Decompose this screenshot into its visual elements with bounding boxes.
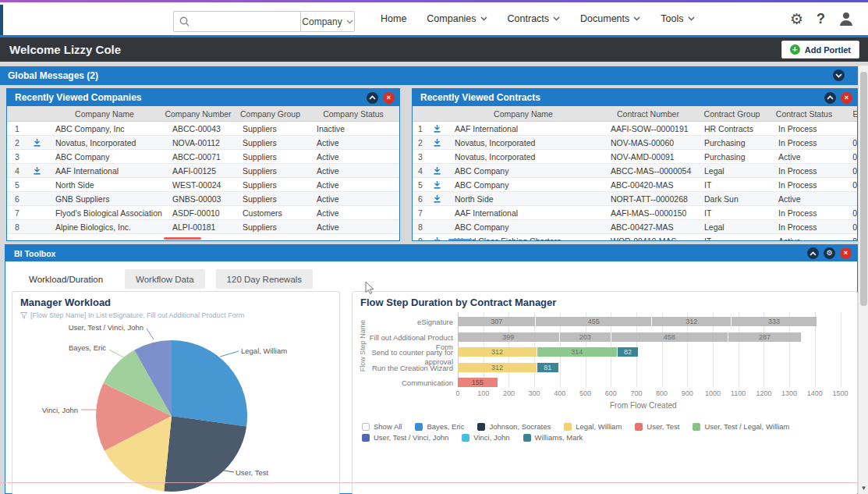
download-icon[interactable] <box>428 122 445 135</box>
bar-segment[interactable]: 312 <box>652 317 732 326</box>
search-box[interactable] <box>173 11 300 32</box>
table-row[interactable]: 8Alpine Biologics, Inc.ALPI-00181Supplie… <box>7 220 399 234</box>
tab-120-day-renewals[interactable]: 120 Day Renewals <box>216 269 314 289</box>
table-row[interactable]: 7AAF InternationalAAFI-MAS--0000150ITIn … <box>413 206 857 220</box>
global-messages-bar[interactable]: Global Messages (2) <box>0 66 868 85</box>
cell: Novatus, Incorporated <box>445 150 601 163</box>
cell: 8 <box>7 220 27 233</box>
cell: In Process <box>769 164 839 177</box>
vertical-scrollbar[interactable]: ▼ <box>858 66 868 494</box>
collapse-button[interactable] <box>824 92 836 104</box>
bar-segment[interactable]: 155 <box>458 378 498 387</box>
header-cell <box>413 106 428 121</box>
cell: Suppliers <box>233 136 307 149</box>
close-button[interactable]: × <box>840 247 852 259</box>
scrollbar-thumb[interactable] <box>860 72 867 306</box>
legend-item[interactable]: User, Test / Vinci, John <box>362 433 448 442</box>
bar-segment[interactable]: 307 <box>458 317 536 326</box>
pie-slice[interactable] <box>164 416 246 492</box>
download-cell <box>27 192 46 205</box>
collapse-button[interactable] <box>807 247 819 259</box>
download-icon[interactable] <box>428 164 445 177</box>
close-button[interactable]: × <box>383 92 395 104</box>
table-row[interactable]: 6GNB SuppliersGNBS-00003SuppliersActive <box>7 192 399 206</box>
legend-item[interactable]: Show All <box>362 422 402 431</box>
show-all-checkbox[interactable] <box>362 423 370 431</box>
legend-item[interactable]: Legal, William <box>564 422 622 431</box>
global-messages-expand-button[interactable] <box>833 69 845 81</box>
bar-segment[interactable]: 312 <box>458 347 537 357</box>
bar-segment[interactable]: 312 <box>458 363 537 372</box>
legend-item[interactable]: Bayes, Eric <box>415 422 464 431</box>
bar-segment[interactable]: 399 <box>458 332 560 342</box>
search-input[interactable] <box>193 16 295 28</box>
help-icon[interactable]: ? <box>817 11 825 27</box>
table-row[interactable]: 2Novatus, IncorporatedNOVA-00112Supplier… <box>7 136 399 150</box>
table-row[interactable]: 8ABC CompanyABC-00427-MASLegalIn Process… <box>413 220 857 234</box>
chevron-down-icon <box>688 16 695 21</box>
add-portlet-button[interactable]: + Add Portlet <box>781 41 859 59</box>
bar-segment-value: 155 <box>472 378 484 386</box>
cell: In Process <box>769 136 839 149</box>
bar-segment[interactable]: 287 <box>728 332 802 342</box>
download-icon[interactable] <box>428 136 445 149</box>
nav-item-tools[interactable]: Tools <box>661 13 694 24</box>
table-row[interactable]: 3ABC CompanyABCC-00071SuppliersActive <box>7 150 399 164</box>
legend-item[interactable]: User, Test <box>635 422 679 431</box>
bar-segment[interactable]: 458 <box>611 332 728 342</box>
bar-segment[interactable]: 81 <box>537 363 558 372</box>
manager-workload-pie-chart[interactable] <box>95 339 248 492</box>
x-tick-label: 1000 <box>701 389 725 397</box>
table-row[interactable]: 1AAF InternationalAAFI-SOW--0000191HR Co… <box>413 122 857 136</box>
bar-segment-value: 307 <box>491 318 502 325</box>
table-row[interactable]: 6North SideNORT-ATT--0000268Dark SunActi… <box>413 192 857 206</box>
table-row[interactable]: 7Flyod's Biological AssociationASDF-0001… <box>7 206 399 220</box>
pie-slice[interactable] <box>172 340 247 426</box>
cell: 04 <box>839 136 857 149</box>
nav-item-contracts[interactable]: Contracts <box>508 13 561 24</box>
table-row[interactable]: 4ABC CompanyABCC-MAS--0000054LegalIn Pro… <box>413 164 857 178</box>
scrollbar-down-arrow[interactable]: ▼ <box>859 482 868 494</box>
bar-segment[interactable]: 455 <box>536 317 652 326</box>
download-icon[interactable] <box>27 164 46 177</box>
close-button[interactable]: × <box>841 92 852 104</box>
table-row[interactable]: 3Novatus, IncorporatedNOV-AMD-00091Purch… <box>413 150 857 164</box>
header-cell: Company Number <box>163 106 233 121</box>
pie-slice-label: Legal, William <box>241 347 327 355</box>
cell: 5 <box>413 178 428 191</box>
nav-item-companies[interactable]: Companies <box>427 13 487 24</box>
tab-workload-duration[interactable]: Workload/Duration <box>18 269 114 289</box>
bar-segment[interactable]: 203 <box>560 332 611 342</box>
collapse-button[interactable] <box>367 92 378 104</box>
download-icon[interactable] <box>428 178 445 191</box>
add-portlet-label: Add Portlet <box>805 45 851 55</box>
bar-segment[interactable]: 333 <box>732 317 817 326</box>
bar-segment[interactable]: 82 <box>618 347 639 357</box>
settings-gear-button[interactable]: ⚙ <box>824 247 835 259</box>
nav-item-home[interactable]: Home <box>381 13 406 24</box>
cell: NOVA-00112 <box>163 136 233 149</box>
companies-horizontal-scrollbar[interactable] <box>164 237 201 240</box>
table-row[interactable]: 2Novatus, IncorporatedNOV-MAS-00060Purch… <box>413 136 857 150</box>
download-icon[interactable] <box>27 136 46 149</box>
contracts-horizontal-scrollbar[interactable] <box>448 239 472 240</box>
legend-item[interactable]: User, Test / Legal, William <box>693 422 789 431</box>
table-row[interactable]: 9World Class Fishing ChartersWOR-00410-M… <box>413 234 857 240</box>
table-row[interactable]: 5North SideWEST-00024SuppliersActive <box>7 178 399 192</box>
nav-item-documents[interactable]: Documents <box>580 13 640 24</box>
settings-gear-icon[interactable]: ⚙ <box>790 12 803 27</box>
download-icon[interactable] <box>428 192 445 205</box>
table-row[interactable]: 5ABC CompanyABC-00420-MASITIn Process06 <box>413 178 857 192</box>
search-scope-dropdown[interactable]: Company <box>300 11 355 32</box>
tab-workflow-data[interactable]: Workflow Data <box>125 269 205 289</box>
legend-item[interactable]: Johnson, Socrates <box>477 422 551 431</box>
legend-item[interactable]: Williams, Mark <box>523 433 583 442</box>
cell: IT <box>695 234 769 240</box>
table-row[interactable]: 1ABC Company, IncABCC-00043SuppliersInac… <box>7 122 399 136</box>
legend-item[interactable]: Vinci, John <box>462 433 509 442</box>
bar-segment[interactable]: 314 <box>537 347 618 357</box>
table-row[interactable]: 4AAF InternationalAAFI-00125SuppliersAct… <box>7 164 399 178</box>
user-icon[interactable] <box>838 11 854 27</box>
legend-swatch <box>693 423 700 431</box>
download-icon[interactable] <box>428 234 445 240</box>
